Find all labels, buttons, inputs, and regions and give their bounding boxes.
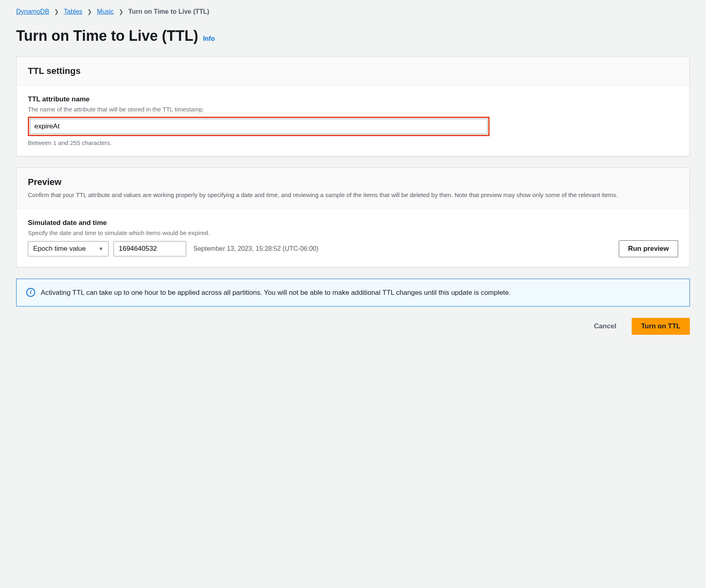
breadcrumb-link-music[interactable]: Music (97, 8, 114, 15)
preview-description: Confirm that your TTL attribute and valu… (28, 191, 678, 200)
ttl-attribute-highlight (28, 117, 490, 136)
preview-panel: Preview Confirm that your TTL attribute … (16, 168, 690, 267)
breadcrumb-link-dynamodb[interactable]: DynamoDB (16, 8, 49, 15)
breadcrumb: DynamoDB ❯ Tables ❯ Music ❯ Turn on Time… (16, 8, 690, 15)
ttl-attribute-hint: The name of the attribute that will be s… (28, 106, 678, 113)
chevron-right-icon: ❯ (54, 8, 59, 15)
run-preview-button[interactable]: Run preview (619, 240, 678, 257)
ttl-attribute-label: TTL attribute name (28, 95, 678, 103)
ttl-attribute-constraint: Between 1 and 255 characters. (28, 139, 678, 146)
readable-datetime: September 13, 2023, 15:28:52 (UTC-06:00) (193, 245, 319, 252)
info-link[interactable]: Info (203, 35, 215, 42)
breadcrumb-current: Turn on Time to Live (TTL) (128, 8, 209, 15)
time-format-select[interactable]: Epoch time value ▼ (28, 241, 109, 256)
time-format-selected: Epoch time value (33, 245, 86, 253)
ttl-settings-panel: TTL settings TTL attribute name The name… (16, 57, 690, 156)
ttl-attribute-input[interactable] (30, 119, 487, 134)
info-alert: i Activating TTL can take up to one hour… (16, 279, 690, 307)
preview-heading: Preview (28, 177, 678, 187)
chevron-right-icon: ❯ (119, 8, 124, 15)
breadcrumb-link-tables[interactable]: Tables (64, 8, 82, 15)
epoch-input[interactable] (113, 241, 186, 256)
page-title: Turn on Time to Live (TTL) (16, 27, 198, 44)
turn-on-ttl-button[interactable]: Turn on TTL (632, 318, 690, 335)
simulated-date-hint: Specify the date and time to simulate wh… (28, 229, 678, 236)
caret-down-icon: ▼ (99, 246, 103, 252)
ttl-settings-heading: TTL settings (28, 66, 678, 76)
simulated-date-label: Simulated date and time (28, 219, 678, 227)
chevron-right-icon: ❯ (87, 8, 92, 15)
cancel-button[interactable]: Cancel (585, 318, 625, 334)
info-alert-text: Activating TTL can take up to one hour t… (41, 287, 511, 298)
footer-actions: Cancel Turn on TTL (16, 318, 690, 335)
info-icon: i (26, 288, 35, 297)
